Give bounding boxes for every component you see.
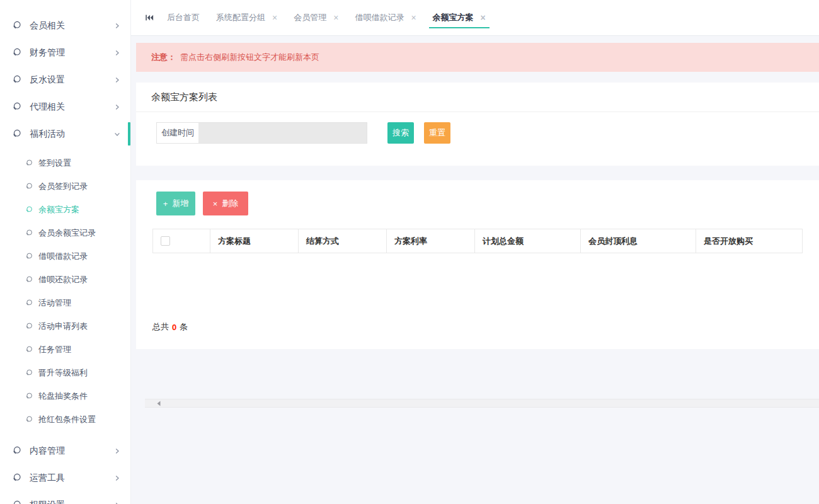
sidebar-subitem-1[interactable]: 会员签到记录 xyxy=(0,175,130,198)
column-header-0: 方案标题 xyxy=(210,229,299,253)
total-count: 总共 0 条 xyxy=(136,321,819,333)
circle-icon xyxy=(11,500,21,504)
tab-label: 借呗借款记录 xyxy=(355,12,404,23)
sidebar-subitem-5[interactable]: 借呗还款记录 xyxy=(0,268,130,291)
sidebar-subitem-3[interactable]: 会员余额宝记录 xyxy=(0,221,130,244)
sidebar-item-label: 财务管理 xyxy=(30,47,114,59)
tab-4[interactable]: 余额宝方案× xyxy=(425,0,494,35)
sidebar-item-4[interactable]: 福利活动 xyxy=(0,120,130,147)
delete-button-label: 删除 xyxy=(222,198,238,209)
close-icon[interactable]: × xyxy=(411,13,416,22)
total-count-value: 0 xyxy=(172,323,176,332)
circle-icon xyxy=(11,102,21,112)
sidebar-subitem-2[interactable]: 余额宝方案 xyxy=(0,198,130,221)
tab-2[interactable]: 会员管理× xyxy=(285,0,346,35)
column-header-3: 计划总金额 xyxy=(475,229,581,253)
table-header-row: 方案标题结算方式方案利率计划总金额会员封顶利息是否开放购买 xyxy=(153,229,803,253)
circle-icon xyxy=(25,322,33,330)
sidebar-item-1[interactable]: 财务管理 xyxy=(0,39,130,66)
sidebar-subitem-6[interactable]: 活动管理 xyxy=(0,291,130,314)
sidebar-subitem-10[interactable]: 轮盘抽奖条件 xyxy=(0,384,130,408)
tab-0[interactable]: 后台首页 xyxy=(159,0,208,35)
circle-icon xyxy=(11,21,21,31)
sidebar-subitem-label: 抢红包条件设置 xyxy=(38,414,96,425)
circle-icon xyxy=(25,392,33,400)
sidebar-item-label: 运营工具 xyxy=(30,472,114,484)
chevron-right-icon xyxy=(114,50,120,56)
notice-text: 需点击右侧刷新按钮文字才能刷新本页 xyxy=(180,52,319,63)
add-button-label: 新增 xyxy=(172,198,188,209)
chevron-right-icon xyxy=(114,448,120,454)
sidebar-subitem-label: 活动申请列表 xyxy=(38,321,88,332)
plan-table: 方案标题结算方式方案利率计划总金额会员封顶利息是否开放购买 xyxy=(152,229,803,321)
add-button[interactable]: + 新增 xyxy=(156,192,195,215)
sidebar-subitem-9[interactable]: 晋升等级福利 xyxy=(0,361,130,384)
sidebar-item-0[interactable]: 会员相关 xyxy=(0,12,130,39)
circle-icon xyxy=(25,415,33,423)
sidebar-item-7[interactable]: 权限设置 xyxy=(0,491,130,504)
sidebar-item-5[interactable]: 内容管理 xyxy=(0,437,130,464)
tab-1[interactable]: 系统配置分组× xyxy=(208,0,285,35)
circle-icon xyxy=(11,129,21,139)
circle-icon xyxy=(25,369,33,377)
app-window: 会员相关财务管理反水设置代理相关福利活动签到设置会员签到记录余额宝方案会员余额宝… xyxy=(0,0,819,504)
table-actions: + 新增 × 删除 xyxy=(136,192,819,215)
sidebar-subitem-4[interactable]: 借呗借款记录 xyxy=(0,244,130,268)
close-icon[interactable]: × xyxy=(481,13,486,22)
circle-icon xyxy=(25,229,33,237)
search-button[interactable]: 搜索 xyxy=(387,122,414,144)
close-icon: × xyxy=(213,199,218,209)
sidebar-subitem-8[interactable]: 任务管理 xyxy=(0,338,130,361)
tab-3[interactable]: 借呗借款记录× xyxy=(346,0,424,35)
circle-icon xyxy=(25,275,33,284)
close-icon[interactable]: × xyxy=(333,13,338,22)
reset-button[interactable]: 重置 xyxy=(424,122,450,144)
chevron-down-icon xyxy=(114,131,120,137)
sidebar-subitem-label: 轮盘抽奖条件 xyxy=(38,391,88,402)
column-header-2: 方案利率 xyxy=(387,229,475,253)
circle-icon xyxy=(25,299,33,307)
sidebar-item-2[interactable]: 反水设置 xyxy=(0,66,130,93)
column-header-1: 结算方式 xyxy=(299,229,387,253)
sidebar-item-6[interactable]: 运营工具 xyxy=(0,464,130,491)
circle-icon xyxy=(11,48,21,58)
page-title: 余额宝方案列表 xyxy=(136,83,819,112)
total-suffix: 条 xyxy=(180,321,188,333)
scroll-left-icon[interactable] xyxy=(156,401,161,406)
create-time-input[interactable]: 创建时间 xyxy=(156,122,367,144)
search-form: 创建时间 搜索 重置 xyxy=(136,112,819,166)
content-area: 注意： 需点击右侧刷新按钮文字才能刷新本页 余额宝方案列表 创建时间 搜索 重置 xyxy=(131,36,819,408)
circle-icon xyxy=(25,182,33,190)
column-header-5: 是否开放购买 xyxy=(696,229,803,253)
total-prefix: 总共 xyxy=(152,321,169,333)
tab-label: 余额宝方案 xyxy=(433,12,474,23)
sidebar-item-3[interactable]: 代理相关 xyxy=(0,93,130,120)
select-all-checkbox[interactable] xyxy=(161,236,170,246)
skip-back-icon[interactable] xyxy=(140,0,159,35)
sidebar-subitem-label: 晋升等级福利 xyxy=(38,367,88,379)
select-all-cell xyxy=(153,229,210,253)
circle-icon xyxy=(25,252,33,260)
sidebar-subitem-7[interactable]: 活动申请列表 xyxy=(0,314,130,338)
sidebar-subitem-11[interactable]: 抢红包条件设置 xyxy=(0,408,130,431)
horizontal-scrollbar[interactable] xyxy=(145,399,819,408)
sidebar-item-label: 会员相关 xyxy=(30,20,114,32)
notice-prefix: 注意： xyxy=(151,52,176,63)
sidebar-item-label: 福利活动 xyxy=(30,129,114,140)
create-time-label: 创建时间 xyxy=(157,123,199,143)
sidebar-item-label: 代理相关 xyxy=(30,101,114,113)
sidebar-subitem-label: 余额宝方案 xyxy=(38,204,79,215)
sidebar-subitem-label: 活动管理 xyxy=(38,297,71,309)
sidebar-subitem-label: 借呗借款记录 xyxy=(38,251,88,262)
sidebar-subitem-0[interactable]: 签到设置 xyxy=(0,151,130,175)
close-icon[interactable]: × xyxy=(272,13,277,22)
circle-icon xyxy=(25,345,33,353)
chevron-right-icon xyxy=(114,475,120,481)
chevron-right-icon xyxy=(114,502,120,504)
delete-button[interactable]: × 删除 xyxy=(203,192,248,215)
chevron-right-icon xyxy=(114,77,120,83)
tab-label: 系统配置分组 xyxy=(216,12,265,23)
plan-list-card: 余额宝方案列表 创建时间 搜索 重置 xyxy=(136,83,819,166)
create-time-value[interactable] xyxy=(199,123,367,143)
sidebar-subitem-label: 借呗还款记录 xyxy=(38,274,88,285)
